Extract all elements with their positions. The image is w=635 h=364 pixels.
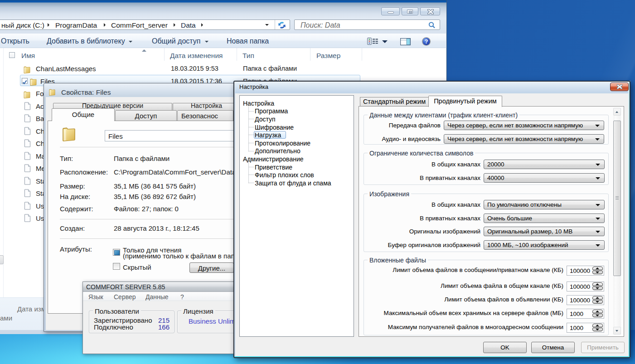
svg-text:?: ? xyxy=(425,39,428,45)
